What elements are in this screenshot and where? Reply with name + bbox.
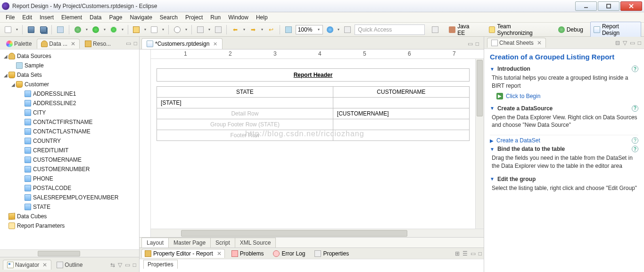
pe-tab-error-log[interactable]: Error Log bbox=[270, 249, 308, 258]
nav-back-button[interactable]: ⬅ bbox=[230, 25, 240, 35]
column-header-state[interactable]: STATE bbox=[157, 87, 333, 98]
new-button[interactable] bbox=[3, 25, 13, 35]
minimize-view-icon[interactable]: ▭ bbox=[125, 262, 130, 268]
save-button[interactable] bbox=[26, 25, 36, 35]
run-last-button[interactable] bbox=[108, 25, 119, 35]
new-file-button[interactable] bbox=[149, 25, 159, 35]
tree-col[interactable]: CUSTOMERNAME bbox=[0, 155, 139, 165]
tree-col[interactable]: CITY bbox=[0, 108, 139, 117]
view-toolbar-icon[interactable]: ☰ bbox=[462, 250, 468, 257]
close-icon[interactable]: ✕ bbox=[213, 41, 217, 47]
menu-window[interactable]: Window bbox=[224, 13, 252, 22]
menu-edit[interactable]: Edit bbox=[18, 13, 36, 22]
maximize-view-icon[interactable]: □ bbox=[479, 250, 482, 257]
tree-col[interactable]: ADDRESSLINE2 bbox=[0, 99, 139, 108]
pe-tab-problems[interactable]: Problems bbox=[229, 249, 267, 258]
preview-button[interactable] bbox=[283, 25, 294, 35]
minimize-view-icon[interactable]: ▭ bbox=[630, 40, 635, 46]
zoom-input[interactable] bbox=[298, 26, 317, 33]
new-project-dropdown[interactable]: ▾ bbox=[143, 27, 147, 32]
view-tab-outline[interactable]: Outline bbox=[52, 260, 87, 270]
minimize-view-icon[interactable]: ▭ bbox=[126, 40, 131, 47]
minimize-button[interactable] bbox=[575, 1, 597, 11]
view-tab-navigator[interactable]: Navigator✕ bbox=[3, 260, 51, 270]
maximize-view-icon[interactable]: □ bbox=[133, 262, 136, 268]
new-project-button[interactable] bbox=[132, 25, 142, 35]
perspective-debug[interactable]: Debug bbox=[555, 25, 586, 34]
maximize-editor-icon[interactable]: □ bbox=[476, 41, 479, 47]
tree-sample[interactable]: Sample bbox=[0, 61, 139, 70]
tree-data-sources[interactable]: ◢Data Sources bbox=[0, 51, 139, 61]
nav-fwd-dropdown[interactable]: ▾ bbox=[260, 27, 264, 32]
maximize-view-icon[interactable]: □ bbox=[638, 40, 641, 46]
tree-col[interactable]: ADDRESSLINE1 bbox=[0, 89, 139, 99]
search-dropdown[interactable]: ▾ bbox=[184, 27, 188, 32]
open-perspective-button[interactable] bbox=[429, 25, 442, 34]
maximize-view-icon[interactable]: □ bbox=[134, 40, 137, 47]
zoom-combo[interactable]: ▾ bbox=[296, 25, 323, 34]
view-tab-cheat-sheets[interactable]: Cheat Sheets✕ bbox=[487, 38, 546, 48]
quick-access-input[interactable]: Quick Access bbox=[355, 25, 425, 35]
tree-col[interactable]: POSTALCODE bbox=[0, 183, 139, 193]
cheat-section-header[interactable]: ▼Create a DataSource? bbox=[490, 105, 638, 112]
cheat-section-header[interactable]: ▼Bind the data to the table? bbox=[490, 146, 638, 152]
column-header-customername[interactable]: CUSTOMERNAME bbox=[333, 87, 469, 98]
cheat-section-dataset[interactable]: ▶Create a DataSet? bbox=[490, 135, 638, 146]
tree-data-cubes[interactable]: Data Cubes bbox=[0, 212, 139, 221]
minimize-view-icon[interactable]: ▭ bbox=[471, 250, 476, 257]
help-icon[interactable]: ? bbox=[632, 137, 638, 144]
editor-vscrollbar[interactable] bbox=[475, 59, 484, 229]
pe-tab-properties[interactable]: Properties bbox=[312, 249, 352, 258]
close-icon[interactable]: ✕ bbox=[537, 40, 542, 46]
menu-help[interactable]: Help bbox=[252, 13, 272, 22]
new-dropdown[interactable]: ▾ bbox=[15, 27, 19, 32]
perspective-java-ee[interactable]: Java EE bbox=[446, 22, 481, 38]
cut-dropdown[interactable]: ▾ bbox=[207, 27, 211, 32]
close-icon[interactable]: ✕ bbox=[217, 250, 222, 257]
btab-script[interactable]: Script bbox=[210, 238, 235, 247]
tree-data-sets[interactable]: ◢Data Sets bbox=[0, 70, 139, 80]
help-icon[interactable]: ? bbox=[632, 146, 638, 152]
tree-col[interactable]: COUNTRY bbox=[0, 136, 139, 146]
cheat-link-begin[interactable]: ▶Click to Begin bbox=[490, 93, 638, 99]
menu-insert[interactable]: Insert bbox=[36, 13, 58, 22]
tree-col[interactable]: PHONE bbox=[0, 174, 139, 183]
menu-data[interactable]: Data bbox=[86, 13, 105, 22]
menu-page[interactable]: Page bbox=[105, 13, 126, 22]
group-footer-label[interactable]: Group Footer Row (STATE) bbox=[157, 119, 333, 130]
view-tab-resource[interactable]: Reso... bbox=[81, 39, 115, 49]
nav-back-dropdown[interactable]: ▾ bbox=[242, 27, 246, 32]
view-report-dropdown[interactable]: ▾ bbox=[337, 27, 340, 32]
new-file-dropdown[interactable]: ▾ bbox=[161, 27, 165, 32]
toggle-breadcrumb-button[interactable] bbox=[55, 25, 66, 35]
paste-button[interactable] bbox=[213, 25, 223, 35]
help-icon[interactable]: ? bbox=[632, 105, 638, 112]
nav-fwd-button[interactable]: ➡ bbox=[248, 25, 258, 35]
report-header-cell[interactable]: Report Header bbox=[157, 68, 470, 82]
detail-cell[interactable]: [CUSTOMERNAME] bbox=[333, 108, 469, 119]
tree-hscrollbar[interactable] bbox=[0, 249, 139, 257]
pe-tab-property-editor[interactable]: Property Editor - Report✕ bbox=[141, 249, 225, 258]
link-editor-icon[interactable]: ⇆ bbox=[110, 262, 115, 268]
tree-col[interactable]: STATE bbox=[0, 202, 139, 212]
run-dropdown[interactable]: ▾ bbox=[103, 27, 107, 32]
group-header-cell[interactable]: [STATE] bbox=[157, 98, 333, 108]
close-button[interactable] bbox=[620, 1, 642, 11]
detail-row-label[interactable]: Detail Row bbox=[157, 108, 333, 119]
debug-dropdown[interactable]: ▾ bbox=[85, 27, 89, 32]
menu-element[interactable]: Element bbox=[58, 13, 86, 22]
btab-layout[interactable]: Layout bbox=[141, 238, 169, 247]
tree-col[interactable]: SALESREPEMPLOYEENUMBER bbox=[0, 193, 139, 202]
save-all-button[interactable] bbox=[38, 25, 49, 35]
perspective-report-design[interactable]: Report Design bbox=[590, 22, 641, 38]
menu-run[interactable]: Run bbox=[206, 13, 224, 22]
editor-tab-customers[interactable]: *Customers.rptdesign ✕ bbox=[141, 38, 223, 49]
cheat-section-header[interactable]: ▼Edit the group bbox=[490, 176, 638, 182]
close-icon[interactable]: ✕ bbox=[71, 41, 75, 47]
debug-button[interactable] bbox=[73, 25, 83, 35]
btab-xml-source[interactable]: XML Source bbox=[235, 238, 276, 247]
toggle-ruler-button[interactable] bbox=[342, 25, 353, 35]
menu-navigate[interactable]: Navigate bbox=[126, 13, 156, 22]
menu-search[interactable]: Search bbox=[156, 13, 182, 22]
menu-project[interactable]: Project bbox=[182, 13, 206, 22]
